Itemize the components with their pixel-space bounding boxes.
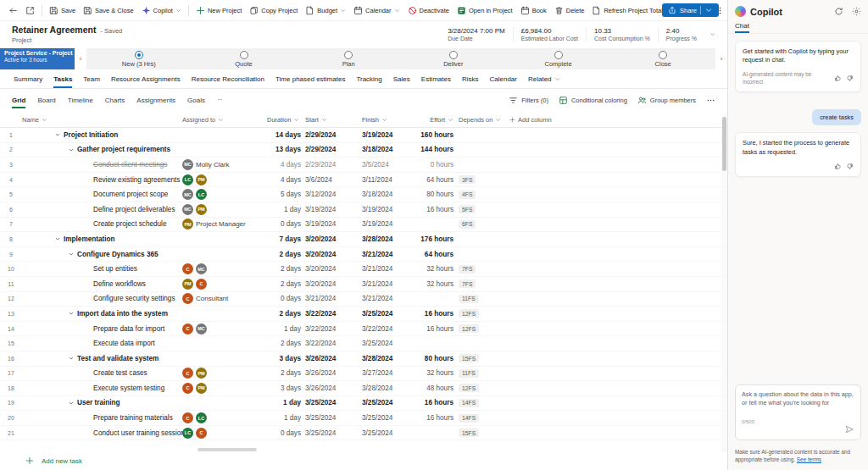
table-row[interactable]: 17Create test casesCPM2 days3/26/20243/2…: [0, 367, 727, 382]
effort-cell[interactable]: 48 hours: [407, 384, 455, 392]
avatar[interactable]: LC: [196, 189, 207, 200]
finish-date-cell[interactable]: 3/21/2024: [360, 295, 407, 302]
dependency-badge[interactable]: 5FS: [459, 205, 476, 213]
thumbs-up-icon[interactable]: [834, 163, 842, 170]
effort-cell[interactable]: 64 hours: [407, 251, 455, 258]
avatar[interactable]: C: [182, 412, 193, 423]
view-tabs-more-button[interactable]: [217, 97, 223, 108]
duration-cell[interactable]: 3 days: [267, 384, 303, 392]
effort-cell[interactable]: 80 hours: [407, 355, 455, 362]
effort-cell[interactable]: 64 hours: [407, 176, 455, 184]
finish-date-cell[interactable]: 3/18/2024: [360, 146, 407, 153]
depends-on-cell[interactable]: 15FS: [455, 354, 509, 362]
duration-cell[interactable]: 2 days: [267, 310, 303, 318]
filters-0-button[interactable]: Filters (0): [509, 96, 548, 105]
start-date-cell[interactable]: 3/22/2024: [303, 325, 360, 333]
bpf-stage-new-3-hrs[interactable]: New (3 Hrs): [86, 48, 192, 69]
finish-date-cell[interactable]: 3/25/2024: [360, 399, 407, 406]
tab-resource-reconciliation[interactable]: Resource Reconciliation: [192, 75, 264, 88]
tab-tracking[interactable]: Tracking: [356, 75, 381, 88]
column-header-start[interactable]: Start: [303, 116, 360, 124]
save-button[interactable]: Save: [46, 3, 79, 18]
start-date-cell[interactable]: 3/21/2024: [303, 295, 360, 302]
depends-on-cell[interactable]: 15FS: [455, 429, 509, 437]
start-date-cell[interactable]: 3/6/2024: [303, 176, 360, 184]
effort-cell[interactable]: 32 hours: [407, 369, 455, 377]
table-row[interactable]: 13Import data into the system2 days3/22/…: [0, 307, 727, 322]
table-row[interactable]: 11Define workflowsPMC2 days3/20/20243/21…: [0, 277, 727, 292]
budget-button[interactable]: Budget: [302, 3, 349, 18]
finish-date-cell[interactable]: 3/25/2024: [360, 310, 407, 318]
avatar[interactable]: MC: [196, 263, 207, 274]
effort-cell[interactable]: 16 hours: [407, 399, 455, 406]
task-name-cell[interactable]: Prepare training materials: [22, 414, 182, 422]
assigned-to-cell[interactable]: PMC: [182, 279, 267, 290]
dependency-badge[interactable]: 12FS: [459, 324, 479, 333]
avatar[interactable]: PM: [196, 383, 207, 394]
tab-chat[interactable]: Chat: [735, 22, 749, 33]
bpf-stage-complete[interactable]: Complete: [506, 48, 611, 69]
assigned-to-cell[interactable]: MCPM: [182, 204, 267, 215]
assigned-to-cell[interactable]: CPM: [182, 383, 267, 394]
depends-on-cell[interactable]: 11FS: [455, 295, 509, 303]
avatar[interactable]: PM: [196, 204, 207, 215]
add-column-button[interactable]: Add column: [509, 116, 586, 124]
view-tab-assignments[interactable]: Assignments: [136, 97, 175, 108]
task-name-cell[interactable]: User training: [22, 399, 182, 406]
bpf-stage-close[interactable]: Close: [610, 48, 715, 69]
start-date-cell[interactable]: 3/12/2024: [303, 191, 360, 198]
dependency-badge[interactable]: 14FS: [459, 414, 479, 423]
start-date-cell[interactable]: 3/20/2024: [303, 265, 360, 273]
share-button[interactable]: Share: [662, 3, 719, 17]
duration-cell[interactable]: 14 days: [267, 131, 303, 139]
start-date-cell[interactable]: 3/20/2024: [303, 235, 360, 243]
view-tab-timeline[interactable]: Timeline: [68, 97, 93, 108]
assigned-to-cell[interactable]: LCC: [182, 428, 267, 439]
duration-cell[interactable]: 3 days: [267, 355, 303, 362]
finish-date-cell[interactable]: 3/25/2024: [360, 340, 407, 347]
column-header-assigned-to[interactable]: Assigned to: [182, 116, 267, 124]
column-header-finish[interactable]: Finish: [360, 116, 407, 124]
task-name-cell[interactable]: Create project schedule: [22, 220, 182, 228]
task-name-cell[interactable]: Import data into the system: [22, 310, 182, 318]
bpf-stage-deliver[interactable]: Deliver: [401, 48, 506, 69]
assigned-to-cell[interactable]: CMC: [182, 323, 267, 335]
effort-cell[interactable]: 32 hours: [407, 265, 455, 273]
table-row[interactable]: 3Conduct client meetingsMCMolly Clark4 d…: [0, 158, 727, 173]
start-date-cell[interactable]: 3/26/2024: [303, 369, 360, 377]
horizontal-scrollbar[interactable]: [198, 448, 257, 451]
avatar[interactable]: C: [182, 383, 193, 394]
finish-date-cell[interactable]: 3/5/2024: [360, 161, 407, 169]
avatar[interactable]: C: [182, 323, 193, 335]
finish-date-cell[interactable]: 3/25/2024: [360, 429, 407, 437]
dependency-badge[interactable]: 15FS: [459, 429, 479, 437]
effort-cell[interactable]: 160 hours: [407, 131, 455, 139]
finish-date-cell[interactable]: 3/27/2024: [360, 369, 407, 377]
start-date-cell[interactable]: 3/20/2024: [303, 251, 360, 258]
duration-cell[interactable]: 1 day: [267, 414, 303, 422]
conditional-coloring-button[interactable]: Conditional coloring: [559, 96, 627, 105]
dependency-badge[interactable]: 6FS: [459, 220, 476, 229]
avatar[interactable]: C: [182, 293, 193, 304]
duration-cell[interactable]: 2 days: [267, 340, 303, 347]
delete-button[interactable]: Delete: [551, 3, 588, 18]
effort-cell[interactable]: 32 hours: [407, 280, 455, 288]
dependency-badge[interactable]: 12FS: [459, 384, 479, 392]
tab-estimates[interactable]: Estimates: [421, 75, 451, 88]
tab-related[interactable]: Related: [528, 75, 560, 88]
send-icon[interactable]: [844, 424, 854, 434]
book-button[interactable]: Book: [517, 3, 550, 18]
tab-calendar[interactable]: Calendar: [489, 75, 516, 88]
duration-cell[interactable]: 4 days: [267, 176, 303, 184]
see-terms-link[interactable]: See terms: [797, 456, 821, 462]
assigned-to-cell[interactable]: MCLC: [182, 189, 267, 200]
duration-cell[interactable]: 7 days: [267, 235, 303, 243]
table-row[interactable]: 18Execute system testingCPM3 days3/26/20…: [0, 381, 727, 396]
task-name-cell[interactable]: Configure security settings: [22, 295, 182, 302]
calendar-button[interactable]: Calendar: [350, 3, 403, 18]
column-header-name[interactable]: Name: [22, 116, 182, 124]
table-row[interactable]: 1Project Initiation14 days2/29/20243/19/…: [0, 128, 727, 143]
new-project-button[interactable]: New Project: [192, 3, 245, 18]
finish-date-cell[interactable]: 3/25/2024: [360, 414, 407, 422]
group-members-button[interactable]: Group members: [637, 96, 696, 105]
